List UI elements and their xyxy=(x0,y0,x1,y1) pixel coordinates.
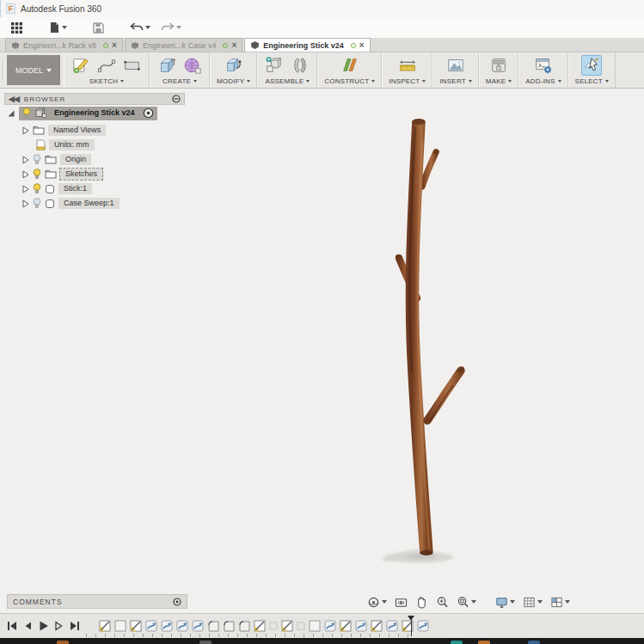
expanded-triangle-icon[interactable] xyxy=(7,109,15,118)
tree-row-named-views[interactable]: Named Views xyxy=(22,125,106,136)
collapsed-arrow-icon[interactable] xyxy=(22,156,29,164)
redo-button[interactable] xyxy=(157,21,185,34)
timeline-feature-sweep-icon[interactable] xyxy=(192,620,204,632)
look-at-button[interactable] xyxy=(392,594,410,610)
pan-button[interactable] xyxy=(413,594,431,610)
panel-display-toggle-icon[interactable] xyxy=(172,95,181,103)
timeline-feature-sweep-icon[interactable] xyxy=(417,620,429,632)
tree-row-stick-body[interactable]: Stick:1 xyxy=(22,183,92,194)
tab-stick-document-active[interactable]: Engineering Stick v24 × xyxy=(244,38,370,52)
ribbon-group-label[interactable]: CREATE xyxy=(163,77,197,85)
tab-case-document[interactable]: Engineeri...k Case v4 × xyxy=(125,38,242,52)
tree-row-root-component[interactable]: Engineering Stick v24 xyxy=(7,107,157,119)
tree-row-origin[interactable]: Origin xyxy=(22,154,91,165)
construction-plane-button[interactable] xyxy=(340,55,360,76)
extrude-button[interactable] xyxy=(156,55,177,76)
timeline-feature-fillet-icon[interactable] xyxy=(223,620,235,632)
timeline-feature-sketch-icon[interactable] xyxy=(371,620,383,632)
tree-row-case-sweep-body[interactable]: Case Sweep:1 xyxy=(22,198,120,209)
browser-panel-header[interactable]: ◀◀ BROWSER xyxy=(4,93,185,105)
timeline-feature-fillet-icon[interactable] xyxy=(238,620,250,632)
timeline-feature-sweep-icon[interactable] xyxy=(161,620,173,632)
collapsed-arrow-icon[interactable] xyxy=(22,170,29,179)
attached-canvas-button[interactable] xyxy=(445,55,466,76)
timeline-feature-sweep-icon[interactable] xyxy=(176,620,188,632)
timeline-feature-fillet-icon[interactable] xyxy=(207,620,219,632)
toolbar-grip-handle[interactable] xyxy=(0,52,6,88)
bulb-off-icon[interactable] xyxy=(33,198,41,209)
ribbon-group-label[interactable]: SELECT xyxy=(575,77,609,85)
bulb-on-icon[interactable] xyxy=(33,169,41,180)
ribbon-group-addins: ADD-INS xyxy=(518,52,567,88)
step-back-button[interactable] xyxy=(22,621,34,631)
timeline-feature-sketch-icon[interactable] xyxy=(281,620,293,632)
spline-tool-button[interactable] xyxy=(96,55,117,76)
form-mesh-button[interactable] xyxy=(182,55,203,76)
tree-row-sketches[interactable]: Sketches xyxy=(22,169,102,180)
ribbon-group-label[interactable]: MAKE xyxy=(486,77,512,85)
new-component-button[interactable] xyxy=(264,55,285,76)
tab-rack-document[interactable]: Engineeri...k Rack v8 × xyxy=(5,38,123,52)
tab-close-button[interactable]: × xyxy=(112,41,117,50)
timeline-feature-sweep-icon[interactable] xyxy=(386,620,398,632)
viewport-canvas[interactable]: ◀◀ BROWSER Engineering Stick v24 Named xyxy=(0,89,644,613)
3d-print-button[interactable] xyxy=(488,55,509,76)
tab-close-button[interactable]: × xyxy=(359,41,365,50)
ribbon-group-label[interactable]: ADD-INS xyxy=(525,77,561,85)
collapsed-arrow-icon[interactable] xyxy=(22,126,29,135)
press-pull-button[interactable] xyxy=(224,55,244,76)
ribbon-group-label[interactable]: ASSEMBLE xyxy=(265,77,310,85)
bulb-on-icon[interactable] xyxy=(22,107,31,119)
ribbon-group-label[interactable]: INSERT xyxy=(439,77,471,85)
tree-row-units[interactable]: Units: mm xyxy=(36,139,95,150)
grid-display-button[interactable] xyxy=(520,594,545,610)
app-launcher-grid-icon[interactable] xyxy=(7,20,27,36)
ribbon-group-label[interactable]: SKETCH xyxy=(89,77,125,85)
file-menu-button[interactable] xyxy=(46,20,71,35)
display-settings-button[interactable] xyxy=(493,594,518,610)
timeline-feature-sketch-icon[interactable] xyxy=(99,620,111,632)
ribbon-group-label[interactable]: INSPECT xyxy=(389,77,426,85)
ribbon-group-label[interactable]: CONSTRUCT xyxy=(324,77,375,85)
scripts-addins-button[interactable] xyxy=(533,55,554,76)
zoom-button[interactable] xyxy=(433,594,451,610)
timeline-feature-ghost-icon[interactable] xyxy=(269,622,278,630)
play-button[interactable] xyxy=(38,621,49,631)
timeline-feature-sweep-icon[interactable] xyxy=(324,620,336,632)
comments-panel-header[interactable]: COMMENTS xyxy=(7,594,187,609)
fit-button[interactable] xyxy=(454,594,479,610)
stick-3d-model[interactable] xyxy=(0,89,644,613)
undo-button[interactable] xyxy=(126,21,154,34)
go-to-end-button[interactable] xyxy=(69,621,80,631)
ribbon-group-label[interactable]: MODIFY xyxy=(217,77,250,85)
view-target-icon[interactable] xyxy=(143,107,154,119)
collapse-panel-icon[interactable]: ◀◀ xyxy=(9,95,19,103)
orbit-button[interactable] xyxy=(365,594,389,610)
create-sketch-button[interactable] xyxy=(71,55,91,76)
timeline-feature-sketch-icon[interactable] xyxy=(130,620,142,632)
collapsed-arrow-icon[interactable] xyxy=(22,199,29,208)
tree-item-label: Sketches xyxy=(60,169,102,180)
panel-display-toggle-icon[interactable] xyxy=(173,598,181,606)
select-cursor-button[interactable] xyxy=(581,55,602,76)
timeline-feature-box-icon[interactable] xyxy=(114,620,126,632)
timeline-feature-sketch-icon[interactable] xyxy=(340,620,352,632)
timeline-feature-ghost-icon[interactable] xyxy=(297,622,305,630)
tab-close-button[interactable]: × xyxy=(231,41,236,50)
workspace-selector-model[interactable]: MODEL xyxy=(7,55,60,85)
go-to-start-button[interactable] xyxy=(7,621,18,631)
bulb-off-icon[interactable] xyxy=(33,154,41,165)
rectangle-tool-button[interactable] xyxy=(122,55,143,76)
timeline-feature-sweep-icon[interactable] xyxy=(145,620,157,632)
viewports-button[interactable] xyxy=(548,594,573,610)
save-button[interactable] xyxy=(89,21,107,35)
timeline-feature-sweep-icon[interactable] xyxy=(355,620,367,632)
timeline-feature-sketch-icon[interactable] xyxy=(254,620,266,632)
joint-button[interactable] xyxy=(290,55,310,76)
step-forward-button[interactable] xyxy=(53,621,64,631)
timeline-feature-box-icon[interactable] xyxy=(309,620,321,632)
taskbar-app-icon xyxy=(478,641,490,644)
bulb-on-icon[interactable] xyxy=(33,183,41,194)
collapsed-arrow-icon[interactable] xyxy=(22,185,29,193)
measure-button[interactable] xyxy=(397,55,418,76)
